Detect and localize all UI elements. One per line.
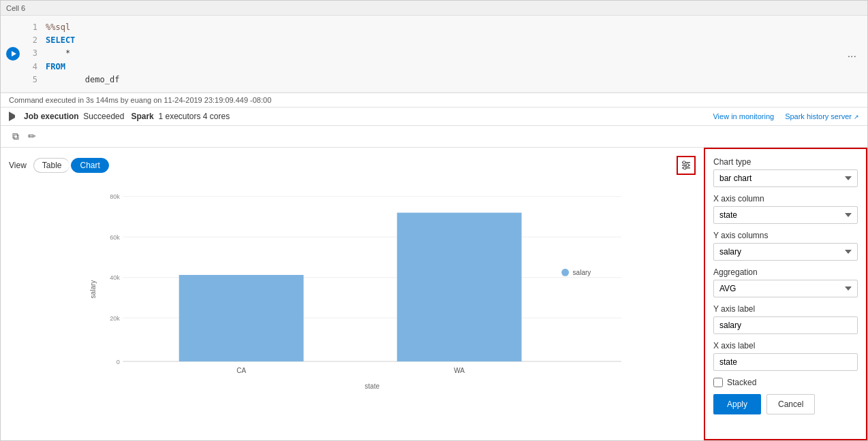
notebook-window: Cell 6 12345 %%sql SELECT * FROM demo_df… [0,0,868,441]
y-axis-label-input[interactable] [713,316,858,334]
stacked-row: Stacked [713,378,858,387]
svg-point-5 [683,167,686,169]
y-axis-label: salary [89,280,97,299]
y-axis-label-label: Y axis label [713,304,858,314]
code-line-5: demo_df [46,74,842,86]
chart-type-label: Chart type [713,157,858,167]
window-title: Cell 6 [6,4,25,12]
job-execution-label: Job execution [24,112,79,121]
aggregation-select[interactable]: AVG SUM COUNT MIN MAX [713,280,858,297]
spark-history-link[interactable]: Spark history server ↗ [785,112,859,120]
external-link-icon: ↗ [854,114,859,120]
chart-tab[interactable]: Chart [71,158,108,173]
x-axis-label-section: X axis label [713,341,858,371]
job-bar: Job execution Succeeded Spark 1 executor… [1,108,867,126]
eraser-icon[interactable]: ✏ [25,129,39,143]
x-axis-label-label: X axis label [713,341,858,350]
view-bar: View Table Chart [1,153,704,180]
chart-type-select[interactable]: bar chart line chart scatter chart pie c… [713,169,858,187]
bar-chart-area: salary 80k 60k 40k 20k 0 CA [1,180,704,440]
exec-message: Command executed in 3s 144ms by euang on… [1,93,867,108]
job-play-icon [9,112,18,121]
view-label: View [9,161,27,170]
title-bar: Cell 6 [1,1,867,16]
settings-toggle-wrapper [677,156,696,175]
x-axis-column-label: X axis column [713,194,858,203]
code-line-4: FROM [46,61,842,74]
y-axis-columns-section: Y axis columns salary state [713,231,858,261]
line-numbers: 12345 [25,21,46,86]
x-axis-column-section: X axis column state salary [713,194,858,224]
x-axis-column-select[interactable]: state salary [713,206,858,224]
svg-point-3 [683,161,685,164]
bar-chart-svg: salary 80k 60k 40k 20k 0 CA [42,180,690,398]
code-line-3: * [46,47,842,60]
y-axis-columns-select[interactable]: salary state [713,243,858,261]
chart-settings-toggle[interactable] [677,156,696,175]
view-monitoring-link[interactable]: View in monitoring [713,112,774,120]
job-status: Succeeded [83,112,124,121]
aggregation-label: Aggregation [713,267,858,277]
svg-text:20k: 20k [110,315,120,322]
code-content: %%sql SELECT * FROM demo_df [46,21,842,86]
bar-wa [397,212,522,361]
svg-text:salary: salary [573,269,591,276]
y-axis-label-section: Y axis label [713,304,858,334]
toolbar: ⧉ ✏ [1,126,867,148]
svg-text:WA: WA [454,367,465,374]
spark-label: Spark [131,112,153,121]
aggregation-section: Aggregation AVG SUM COUNT MIN MAX [713,267,858,297]
chart-panel: View Table Chart [1,148,704,440]
bar-ca [179,275,304,361]
svg-text:state: state [365,382,379,390]
cancel-button[interactable]: Cancel [766,394,815,414]
settings-panel: Chart type bar chart line chart scatter … [704,148,867,440]
chart-container: View Table Chart [1,148,867,440]
svg-text:80k: 80k [110,193,120,200]
chart-type-section: Chart type bar chart line chart scatter … [713,157,858,187]
spark-executors: 1 executors 4 cores [158,112,230,121]
more-options-button[interactable]: ... [842,48,862,60]
svg-text:60k: 60k [110,234,120,241]
x-axis-label-input[interactable] [713,353,858,371]
job-links: View in monitoring Spark history server … [713,112,859,120]
stacked-checkbox[interactable] [713,378,723,387]
job-text: Job execution Succeeded Spark 1 executor… [24,112,713,121]
svg-point-19 [561,269,569,276]
table-tab[interactable]: Table [33,158,70,173]
apply-button[interactable]: Apply [713,394,761,414]
code-area: 12345 %%sql SELECT * FROM demo_df [25,18,842,89]
stacked-label[interactable]: Stacked [727,378,756,387]
run-button[interactable] [6,47,20,61]
svg-text:0: 0 [117,359,120,365]
svg-point-4 [686,164,689,167]
svg-text:40k: 40k [110,274,120,281]
copy-icon[interactable]: ⧉ [9,129,22,143]
code-cell: 12345 %%sql SELECT * FROM demo_df ... [1,16,867,93]
settings-icon [681,160,692,171]
code-line-1: %%sql [46,21,842,34]
code-header: 12345 %%sql SELECT * FROM demo_df ... [1,16,867,93]
svg-text:CA: CA [236,367,246,374]
y-axis-columns-label: Y axis columns [713,231,858,240]
button-row: Apply Cancel [713,394,858,414]
code-line-2: SELECT [46,34,842,47]
